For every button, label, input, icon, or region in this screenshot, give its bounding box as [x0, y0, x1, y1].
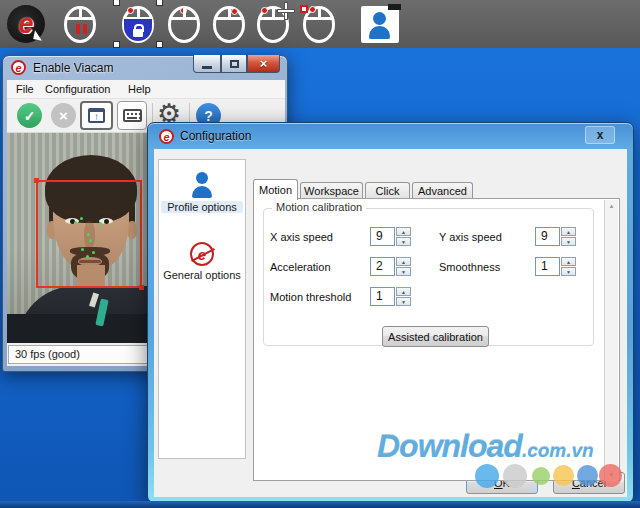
- general-options-icon: e: [190, 242, 214, 266]
- mouse-move-icon[interactable]: [257, 6, 289, 43]
- smoothness-input[interactable]: 1: [535, 257, 560, 276]
- y-axis-speed-input[interactable]: 9: [535, 227, 560, 246]
- tracker-point: [81, 248, 84, 251]
- tracker-point: [74, 221, 77, 224]
- launcher-toolbar: e: [0, 0, 640, 48]
- x-axis-speed-input[interactable]: 9: [370, 227, 395, 246]
- tracker-point: [87, 233, 90, 236]
- taskbar-edge: [0, 501, 640, 508]
- options-sidebar: Profile options e General options: [158, 159, 246, 459]
- menu-help[interactable]: Help: [123, 80, 156, 99]
- user-profile-icon[interactable]: [361, 6, 399, 43]
- menu-bar: File Configuration Help: [7, 80, 285, 99]
- x-axis-speed-label: X axis speed: [270, 227, 333, 247]
- tab-advanced[interactable]: Advanced: [412, 182, 473, 199]
- vertical-scrollbar[interactable]: [604, 200, 618, 481]
- acceleration-input[interactable]: 2: [370, 257, 395, 276]
- acceleration-spinner[interactable]: ▲▼: [396, 257, 411, 276]
- app-logo-icon: e: [159, 129, 174, 144]
- dialog-close-button[interactable]: x: [585, 126, 615, 144]
- tab-motion[interactable]: Motion: [253, 179, 298, 200]
- window-title: Enable Viacam: [33, 56, 114, 80]
- tracker-point: [86, 255, 89, 258]
- enable-tracking-button[interactable]: ✓: [17, 103, 42, 128]
- tracker-point: [89, 239, 92, 242]
- motion-tab-panel: Motion calibration X axis speed 9 ▲▼ Y a…: [253, 198, 620, 481]
- desktop: e: [0, 0, 640, 508]
- profile-options-icon: [189, 172, 215, 198]
- mouse-drag-icon[interactable]: [303, 6, 335, 43]
- tracker-point: [99, 222, 102, 225]
- group-title: Motion calibration: [272, 201, 366, 213]
- tracker-point: [92, 251, 95, 254]
- eviacam-logo-icon[interactable]: e: [7, 5, 45, 43]
- y-axis-speed-spinner[interactable]: ▲▼: [561, 227, 576, 246]
- y-axis-speed-label: Y axis speed: [439, 227, 502, 247]
- x-axis-speed-spinner[interactable]: ▲▼: [396, 227, 411, 246]
- dialog-body: Profile options e General options Motion…: [154, 149, 627, 497]
- tracker-point: [80, 217, 83, 220]
- sidebar-item-general-options[interactable]: e General options: [161, 242, 243, 281]
- tab-click[interactable]: Click: [365, 182, 410, 199]
- disable-tracking-button[interactable]: ×: [51, 103, 76, 128]
- window-up-arrow-icon: [88, 108, 105, 123]
- menu-file[interactable]: File: [11, 80, 39, 99]
- sidebar-item-profile-options[interactable]: Profile options: [161, 172, 243, 213]
- minimize-button[interactable]: [193, 55, 221, 73]
- smoothness-label: Smoothness: [439, 257, 500, 277]
- mouse-lock-icon[interactable]: [122, 6, 154, 43]
- mouse-left-click-icon[interactable]: [168, 6, 200, 43]
- maximize-button[interactable]: [221, 55, 247, 73]
- caption-buttons: ×: [193, 55, 280, 73]
- motion-threshold-input[interactable]: 1: [370, 287, 395, 306]
- dialog-title: Configuration: [180, 123, 251, 149]
- smoothness-spinner[interactable]: ▲▼: [561, 257, 576, 276]
- pointer-action-button[interactable]: [80, 101, 113, 130]
- assisted-calibration-button[interactable]: Assisted calibration: [382, 326, 489, 347]
- mouse-right-click-icon[interactable]: [213, 6, 245, 43]
- keyboard-icon: [123, 109, 142, 122]
- tab-workspace[interactable]: Workspace: [300, 182, 363, 199]
- onscreen-keyboard-button[interactable]: [117, 101, 147, 130]
- motion-calibration-group: Motion calibration X axis speed 9 ▲▼ Y a…: [263, 208, 594, 346]
- motion-threshold-spinner[interactable]: ▲▼: [396, 287, 411, 306]
- mouse-pause-icon[interactable]: [64, 6, 96, 43]
- acceleration-label: Acceleration: [270, 257, 331, 277]
- close-button[interactable]: ×: [247, 55, 280, 73]
- menu-configuration[interactable]: Configuration: [40, 80, 115, 99]
- app-logo-icon: e: [11, 60, 26, 75]
- configuration-dialog: e Configuration x Profile options e Gene…: [147, 122, 634, 503]
- motion-threshold-label: Motion threshold: [270, 287, 351, 307]
